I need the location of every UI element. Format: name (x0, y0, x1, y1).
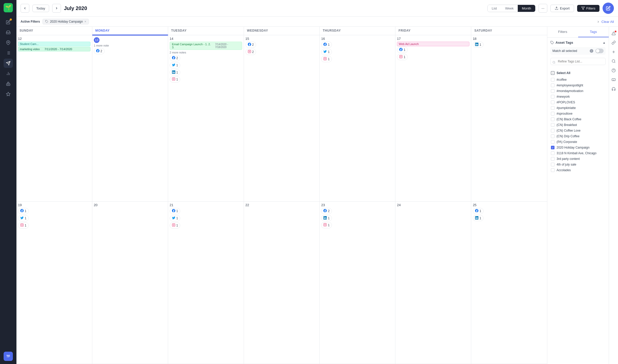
tw-pill-14[interactable]: 1 (170, 62, 180, 68)
more-options-button[interactable]: ··· (539, 4, 547, 13)
tag-list-item[interactable]: 4th of july sale (550, 162, 606, 167)
tw-pill-16[interactable]: 1 (321, 49, 332, 55)
tag-list-item[interactable]: 3rd party content (550, 156, 606, 162)
compose-button[interactable] (603, 3, 614, 14)
tag-list-item[interactable]: #employeespotlight (550, 83, 606, 88)
ig-pill-16[interactable]: 1 (321, 56, 332, 62)
ig-pill-19[interactable]: 1 (18, 222, 29, 229)
fb-pill-16[interactable]: 1 (321, 42, 332, 48)
prev-month-button[interactable] (21, 4, 29, 13)
week-view-tab[interactable]: Week (501, 5, 518, 12)
fb-pill-14[interactable]: 2 (170, 55, 180, 61)
tag-checkbox[interactable] (551, 89, 555, 93)
tag-list-item[interactable]: #POPLOVES (550, 99, 606, 105)
tw-pill-21[interactable]: 1 (170, 215, 180, 221)
tag-checkbox[interactable] (551, 146, 555, 149)
search-right-icon[interactable] (610, 58, 617, 65)
more-notes-13[interactable]: 1 more note (94, 44, 166, 47)
help-icon[interactable] (610, 67, 617, 74)
export-button[interactable]: Export (550, 5, 574, 12)
match-all-info-icon[interactable]: i (590, 49, 593, 53)
ig-pill-14[interactable]: 1 (170, 76, 180, 83)
ig-pill-15[interactable]: 2 (246, 49, 256, 55)
fb-pill-25[interactable]: 1 (473, 208, 484, 214)
ig-pill-23[interactable]: 1 (321, 222, 332, 228)
li-pill-18[interactable]: 1 (473, 42, 484, 48)
tag-list-item[interactable]: 3118 N Kimball Ave, Chicago (550, 150, 606, 156)
add-icon[interactable] (610, 48, 617, 56)
list-view-tab[interactable]: List (488, 5, 501, 12)
tag-list-item[interactable]: #coffee (550, 77, 606, 83)
fb-pill-15[interactable]: 2 (246, 42, 256, 48)
active-filter-tag[interactable]: 2020 Holiday Campaign × (42, 19, 89, 24)
send-nav-icon[interactable] (4, 59, 13, 68)
tag-list-item[interactable]: #newyork (550, 94, 606, 99)
tag-checkbox[interactable] (551, 163, 555, 166)
fb-pill-19[interactable]: 1 (18, 208, 29, 214)
ig-pill-17[interactable]: 1 (397, 54, 408, 60)
tag-checkbox[interactable] (551, 101, 555, 104)
fb-pill-13[interactable]: 2 (94, 48, 105, 54)
bot-nav-icon[interactable] (4, 79, 13, 88)
fb-pill-21[interactable]: 1 (170, 208, 180, 214)
section-collapse-icon[interactable]: ▲ (603, 41, 606, 44)
tag-checkbox[interactable] (551, 106, 555, 110)
more-notes-14[interactable]: 2 more notes (170, 51, 242, 54)
app-logo[interactable]: 🌱 (4, 3, 13, 12)
li-pill-23[interactable]: 1 (321, 215, 332, 221)
keyboard-icon[interactable] (610, 76, 617, 83)
li-pill-25[interactable]: 1 (473, 215, 484, 221)
tag-list-item[interactable]: (CN) Drip Coffee (550, 133, 606, 139)
tag-list-item[interactable]: (CN) Coffee Love (550, 128, 606, 133)
analytics-nav-icon[interactable] (4, 69, 13, 78)
ig-pill-21[interactable]: 1 (170, 222, 180, 229)
headset-icon[interactable] (610, 85, 617, 93)
event-marketing-video[interactable]: marketing video 7/11/2020 - 7/14/2020 (18, 47, 90, 51)
star-nav-icon[interactable] (4, 89, 13, 99)
fb-pill-17[interactable]: 1 (397, 47, 408, 53)
email-campaign-event[interactable]: Email Campaign Launch - 1. 2. 3. 7/14/20… (170, 42, 242, 50)
tw-pill-19[interactable]: 1 (18, 215, 29, 221)
tag-list-item[interactable]: Accolades (550, 167, 606, 173)
filter-tag-close-icon[interactable]: × (84, 20, 86, 23)
tags-tab[interactable]: Tags (578, 27, 609, 37)
filters-button[interactable]: Filters (577, 5, 599, 12)
list-nav-icon[interactable] (4, 48, 13, 58)
tag-checkbox[interactable] (551, 151, 555, 155)
tag-list-item[interactable]: (PA) Corporate (550, 139, 606, 145)
filters-tab[interactable]: Filters (547, 27, 578, 37)
clear-all-button[interactable]: Clear All (602, 20, 614, 24)
tag-list-item[interactable]: (CN) Breakfast (550, 122, 606, 128)
user-avatar[interactable]: TF (4, 352, 13, 361)
event-student-cam[interactable]: Student Cam... (18, 42, 90, 46)
tag-list-item[interactable]: #sproutlove (550, 111, 606, 116)
tag-checkbox[interactable] (551, 129, 555, 132)
web-ad-launch-event[interactable]: Web Ad Launch (397, 42, 469, 46)
select-all-checkbox[interactable] (551, 71, 555, 75)
tag-checkbox[interactable] (551, 168, 555, 172)
compose-nav-icon[interactable] (4, 17, 13, 27)
tag-list-item[interactable]: #mondaymotivation (550, 88, 606, 94)
tag-checkbox[interactable] (551, 117, 555, 121)
month-view-tab[interactable]: Month (518, 5, 535, 12)
link-icon[interactable] (610, 39, 617, 46)
tags-search-input[interactable] (550, 58, 606, 65)
tag-list-item[interactable]: 2020 Holiday Campaign (550, 145, 606, 150)
tag-checkbox[interactable] (551, 157, 555, 161)
tag-list-item[interactable]: (CN) Black Coffee (550, 116, 606, 122)
select-all-row[interactable]: Select All (550, 70, 606, 76)
tag-checkbox[interactable] (551, 134, 555, 138)
tag-checkbox[interactable] (551, 112, 555, 115)
today-button[interactable]: Today (32, 5, 49, 12)
alert-warning-icon[interactable] (610, 30, 617, 37)
filter-expand-icon[interactable]: › (597, 19, 599, 24)
tag-list-item[interactable]: #pumpkinlatte (550, 105, 606, 111)
tag-checkbox[interactable] (551, 84, 555, 87)
pin-nav-icon[interactable] (4, 38, 13, 47)
tag-checkbox[interactable] (551, 78, 555, 81)
tag-checkbox[interactable] (551, 123, 555, 127)
li-pill-14[interactable]: 1 (170, 69, 180, 75)
tag-checkbox[interactable] (551, 95, 555, 98)
match-all-toggle[interactable] (595, 49, 604, 53)
fb-pill-23[interactable]: 2 (321, 208, 332, 214)
